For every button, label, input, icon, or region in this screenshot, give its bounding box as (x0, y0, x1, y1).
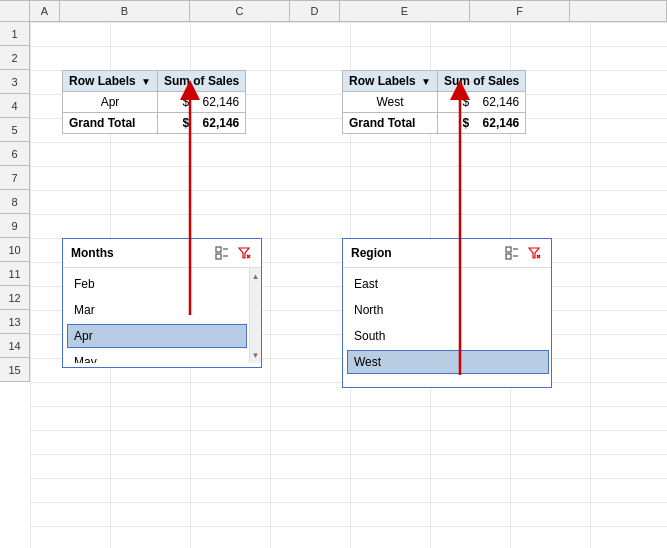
row-header-9[interactable]: 9 (0, 214, 30, 238)
right-slicer-header: Region (343, 239, 551, 268)
row-header-7[interactable]: 7 (0, 166, 30, 190)
left-pivot-grand-label: Grand Total (63, 113, 158, 134)
right-slicer: Region (342, 238, 552, 388)
col-header-f[interactable]: F (470, 0, 570, 22)
right-slicer-item-east[interactable]: East (347, 272, 549, 296)
right-pivot-grand-value: $ 62,146 (437, 113, 525, 134)
right-pivot-filter-icon[interactable]: ▼ (421, 76, 431, 87)
col-headers: A B C D E F (0, 0, 667, 22)
row-header-10[interactable]: 10 (0, 238, 30, 262)
svg-rect-7 (506, 247, 511, 252)
header-corner (0, 0, 30, 22)
right-slicer-item-south[interactable]: South (347, 324, 549, 348)
right-pivot-grand-label: Grand Total (343, 113, 438, 134)
svg-rect-8 (506, 254, 511, 259)
right-slicer-title: Region (351, 246, 392, 260)
clear-filter-icon (237, 246, 251, 260)
col-header-c[interactable]: C (190, 0, 290, 22)
col-header-d[interactable]: D (290, 0, 340, 22)
right-pivot-row1-value: $ 62,146 (437, 92, 525, 113)
svg-rect-1 (216, 254, 221, 259)
right-pivot-row1-label: West (343, 92, 438, 113)
right-pivot-header-sales: Sum of Sales (437, 71, 525, 92)
left-slicer-item-mar[interactable]: Mar (67, 298, 247, 322)
left-pivot-filter-icon[interactable]: ▼ (141, 76, 151, 87)
right-pivot-header-label: Row Labels ▼ (343, 71, 438, 92)
left-slicer-scrollbar[interactable]: ▲ ▼ (249, 268, 261, 363)
left-pivot-row1-value: $ 62,146 (157, 92, 245, 113)
row-header-14[interactable]: 14 (0, 334, 30, 358)
row-header-1[interactable]: 1 (0, 22, 30, 46)
row-header-3[interactable]: 3 (0, 70, 30, 94)
row-header-8[interactable]: 8 (0, 190, 30, 214)
left-slicer-multiselect-btn[interactable] (213, 244, 231, 262)
col-header-b[interactable]: B (60, 0, 190, 22)
left-pivot-header-sales: Sum of Sales (157, 71, 245, 92)
left-slicer-item-may[interactable]: May (67, 350, 247, 363)
row-header-13[interactable]: 13 (0, 310, 30, 334)
col-header-a[interactable]: A (30, 0, 60, 22)
col-header-e[interactable]: E (340, 0, 470, 22)
row-headers: 1 2 3 4 5 6 7 8 9 10 11 12 13 14 15 (0, 22, 30, 548)
row-header-4[interactable]: 4 (0, 94, 30, 118)
left-slicer-item-feb[interactable]: Feb (67, 272, 247, 296)
row-header-11[interactable]: 11 (0, 262, 30, 286)
right-slicer-icons (503, 244, 543, 262)
row-header-6[interactable]: 6 (0, 142, 30, 166)
right-slicer-item-west[interactable]: West (347, 350, 549, 374)
row-header-5[interactable]: 5 (0, 118, 30, 142)
left-pivot-row1-label: Apr (63, 92, 158, 113)
right-slicer-item-north[interactable]: North (347, 298, 549, 322)
row-header-12[interactable]: 12 (0, 286, 30, 310)
left-slicer-icons (213, 244, 253, 262)
left-pivot-table: Row Labels ▼ Sum of Sales Apr $ 62,146 G… (62, 70, 246, 134)
col-header-extra (570, 0, 667, 22)
multiselect-icon (215, 246, 229, 260)
right-pivot-table: Row Labels ▼ Sum of Sales West $ 62,146 … (342, 70, 526, 134)
left-slicer-title: Months (71, 246, 114, 260)
spreadsheet: A B C D E F 1 2 3 4 5 6 7 8 9 10 11 12 1… (0, 0, 667, 548)
left-slicer-list: Feb Mar Apr May (63, 268, 261, 363)
left-pivot-grand-value: $ 62,146 (157, 113, 245, 134)
left-pivot-header-label: Row Labels ▼ (63, 71, 158, 92)
svg-rect-0 (216, 247, 221, 252)
right-slicer-multiselect-btn[interactable] (503, 244, 521, 262)
left-slicer: Months (62, 238, 262, 368)
row-header-2[interactable]: 2 (0, 46, 30, 70)
row-header-15[interactable]: 15 (0, 358, 30, 382)
multiselect-icon-right (505, 246, 519, 260)
left-slicer-scroll-down[interactable]: ▼ (250, 347, 261, 363)
right-slicer-clear-btn[interactable] (525, 244, 543, 262)
left-slicer-scroll-up[interactable]: ▲ (250, 268, 261, 284)
clear-filter-icon-right (527, 246, 541, 260)
left-slicer-item-apr[interactable]: Apr (67, 324, 247, 348)
left-slicer-header: Months (63, 239, 261, 268)
right-slicer-list: East North South West (343, 268, 551, 378)
left-slicer-clear-btn[interactable] (235, 244, 253, 262)
